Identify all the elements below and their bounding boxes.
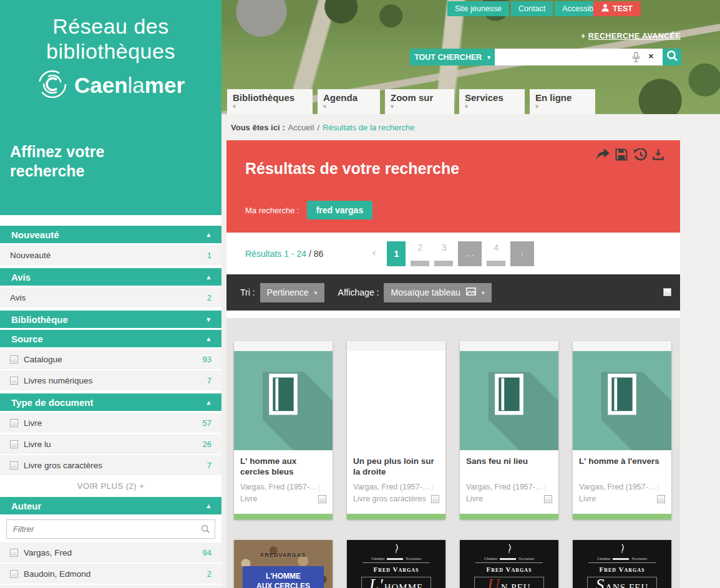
tab-services[interactable]: Services▾ [459, 89, 525, 114]
advanced-search-link[interactable]: +RECHERCHE AVANCÉE [581, 32, 681, 41]
microphone-icon[interactable] [632, 52, 640, 65]
expand-arrow-icon[interactable]: ▾ [207, 316, 210, 324]
result-title[interactable]: Un peu plus loin sur la droite [353, 456, 439, 478]
main-content: Vous êtes ici : Accueil / Résultats de l… [226, 114, 680, 588]
download-icon[interactable] [653, 148, 664, 161]
facet-item-catalogue[interactable]: Catalogue 93 [0, 349, 221, 370]
results-range: Résultats 1 - 24 / 86 [245, 249, 323, 259]
link-site-jeunesse[interactable]: Site jeunesse [447, 1, 509, 16]
collapse-arrow-icon[interactable]: ▴ [207, 335, 210, 343]
author-filter-input[interactable] [6, 519, 215, 539]
facet-item-nouveaute[interactable]: Nouveauté 1 [0, 245, 221, 266]
brand-line2: bibliothèques [0, 39, 221, 64]
facet-item-doyon-josee[interactable]: Doyon, Josée 1 [0, 585, 221, 588]
result-author[interactable]: Vargas, Fred (1957-....), A [353, 483, 439, 491]
book-cover[interactable]: FREDVARGAS L'HOMMEAUX CERCLES BLEUS [234, 540, 333, 588]
breadcrumb-current-link[interactable]: Résultats de la recherche [323, 123, 414, 132]
facet-count: 26 [203, 440, 212, 449]
checkbox[interactable] [10, 549, 18, 557]
facet-count: 7 [207, 461, 212, 470]
facet-header-bibliotheque[interactable]: Bibliothèque ▾ [0, 311, 221, 328]
quill-icon [573, 540, 671, 556]
result-card[interactable]: Sans feu ni lieu Vargas, Fred (1957-....… [460, 341, 558, 519]
collapse-arrow-icon[interactable]: ▴ [207, 273, 210, 281]
facet-item-livre-lu[interactable]: Livre lu 26 [0, 434, 221, 455]
facet-item-avis[interactable]: Avis 2 [0, 287, 221, 309]
facet-header-avis[interactable]: Avis ▴ [0, 268, 221, 286]
search-submit-button[interactable] [663, 49, 681, 65]
search-term-chip[interactable]: fred vargas [307, 201, 372, 219]
book-placeholder-cover[interactable] [460, 351, 558, 450]
breadcrumb-home-link[interactable]: Accueil [288, 123, 314, 132]
select-result-checkbox[interactable] [431, 495, 439, 503]
checkbox[interactable] [10, 419, 18, 427]
clear-search-icon[interactable]: ✕ [648, 52, 654, 60]
page-button-1[interactable]: 1 [387, 241, 406, 266]
page-ellipsis-button[interactable]: ... [458, 241, 482, 266]
sort-dropdown[interactable]: Pertinence ▾ [260, 283, 324, 302]
cover-author: Fred Vargas [347, 566, 445, 573]
result-title[interactable]: L' homme à l'envers [579, 456, 665, 478]
chevron-down-icon: ▾ [233, 103, 313, 110]
result-card[interactable]: L' homme aux cercles bleus Vargas, Fred … [234, 341, 333, 519]
result-card[interactable]: Un peu plus loin sur la droite Vargas, F… [347, 341, 445, 519]
result-author[interactable]: Vargas, Fred (1957-....), A [579, 483, 665, 491]
select-all-checkbox[interactable] [663, 288, 671, 296]
checkbox[interactable] [10, 355, 18, 364]
result-title[interactable]: Sans feu ni lieu [466, 456, 552, 478]
facet-header-auteur[interactable]: Auteur ▴ [0, 497, 221, 514]
book-placeholder-cover[interactable] [573, 351, 671, 450]
search-icon [201, 524, 210, 536]
result-author[interactable]: Vargas, Fred (1957-....), A [240, 483, 326, 491]
checkbox[interactable] [10, 570, 18, 578]
blank-cover[interactable] [347, 351, 445, 450]
book-cover[interactable]: CheminsNocturnes Fred Vargas UN PEU PLUS… [460, 540, 558, 588]
facet-item-baudoin-edmond[interactable]: Baudoin, Edmond 2 [0, 564, 221, 585]
page-button-3[interactable]: 3 [434, 241, 453, 266]
see-more-button[interactable]: VOIR PLUS (2) + [0, 476, 221, 495]
tab-bibliotheques[interactable]: Bibliothèques▾ [227, 89, 313, 114]
facet-item-livre-gros-caracteres[interactable]: Livre gros caractères 7 [0, 455, 221, 476]
checkbox[interactable] [10, 440, 18, 448]
share-icon[interactable] [596, 148, 610, 161]
book-cover[interactable]: CheminsNocturnes Fred Vargas SANS FEU NI… [573, 540, 671, 588]
facet-header-nouveaute[interactable]: Nouveauté ▴ [0, 226, 221, 243]
display-mode-dropdown[interactable]: Mosaïque tableau ▾ [384, 283, 491, 302]
facet-item-livres-numeriques[interactable]: Livres numériques 7 [0, 370, 221, 392]
book-placeholder-cover[interactable] [234, 351, 333, 450]
link-contact[interactable]: Contact [511, 1, 553, 16]
prev-page-button[interactable]: ‹ [372, 246, 376, 259]
tab-zoom-sur[interactable]: Zoom sur▾ [385, 89, 454, 114]
next-page-button[interactable]: › [510, 241, 534, 266]
collapse-arrow-icon[interactable]: ▴ [207, 398, 210, 407]
select-result-checkbox[interactable] [318, 495, 326, 503]
history-icon[interactable] [633, 148, 647, 161]
result-title[interactable]: L' homme aux cercles bleus [240, 456, 326, 478]
page-button-4[interactable]: 4 [487, 241, 505, 266]
brand-logo-row[interactable]: Caenlamer [0, 69, 221, 102]
page-button-2[interactable]: 2 [411, 241, 429, 266]
account-button[interactable]: TEST [593, 1, 641, 16]
collapse-arrow-icon[interactable]: ▴ [207, 502, 210, 510]
save-icon[interactable] [615, 148, 628, 161]
book-icon [601, 370, 643, 419]
facet-item-vargas-fred[interactable]: Vargas, Fred 94 [0, 542, 221, 564]
result-author[interactable]: Vargas, Fred (1957-....), A [466, 483, 552, 491]
checkbox[interactable] [10, 377, 18, 385]
collapse-arrow-icon[interactable]: ▴ [207, 231, 210, 239]
select-result-checkbox[interactable] [544, 495, 552, 503]
facet-item-livre[interactable]: Livre 57 [0, 413, 221, 434]
collection-label: CheminsNocturnes [573, 557, 671, 561]
select-result-checkbox[interactable] [657, 495, 665, 503]
book-icon [262, 370, 304, 419]
caenlamer-logo-icon [37, 69, 68, 102]
facet-header-type-document[interactable]: Type de document ▴ [0, 393, 221, 411]
book-cover[interactable]: CheminsNocturnes Fred Vargas L'HOMME A L… [347, 540, 445, 588]
search-scope-dropdown[interactable]: TOUT CHERCHER ▾ [410, 49, 495, 65]
tab-agenda[interactable]: Agenda▾ [318, 89, 380, 114]
checkbox[interactable] [10, 461, 18, 470]
chevron-down-icon: ▾ [314, 289, 318, 296]
facet-header-source[interactable]: Source ▴ [0, 330, 221, 347]
result-card[interactable]: L' homme à l'envers Vargas, Fred (1957-.… [573, 341, 671, 519]
tab-en-ligne[interactable]: En ligne▾ [530, 89, 595, 114]
